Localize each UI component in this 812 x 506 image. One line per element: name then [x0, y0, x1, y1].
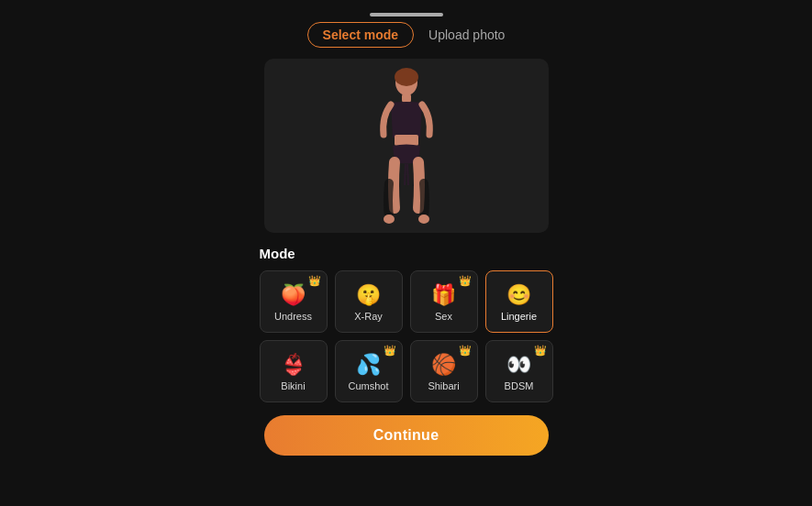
svg-line-5	[405, 164, 406, 185]
mode-emoji-xray: 🤫	[356, 283, 381, 307]
crown-icon-shibari: 👑	[459, 345, 472, 357]
svg-point-1	[395, 68, 418, 86]
progress-bar-area	[0, 0, 812, 22]
continue-button[interactable]: Continue	[264, 415, 549, 456]
mode-emoji-bikini: 👙	[281, 353, 306, 377]
mode-emoji-bdsm: 👀	[506, 353, 531, 377]
mode-label: Mode	[260, 246, 553, 261]
mode-card-label-cumshot: Cumshot	[348, 380, 388, 391]
mode-card-xray[interactable]: 🤫X-Ray	[335, 270, 403, 333]
mode-section: Mode 👑🍑Undress🤫X-Ray👑🎁Sex😊Lingerie👙Bikin…	[260, 246, 553, 415]
mode-emoji-shibari: 🏀	[431, 353, 456, 377]
mode-card-bikini[interactable]: 👙Bikini	[260, 340, 328, 402]
mode-emoji-undress: 🍑	[281, 283, 306, 307]
mode-emoji-sex: 🎁	[431, 283, 456, 307]
crown-icon-bdsm: 👑	[534, 345, 547, 357]
image-preview	[264, 59, 549, 233]
mode-card-sex[interactable]: 👑🎁Sex	[410, 270, 478, 333]
mode-card-label-xray: X-Ray	[354, 311, 383, 322]
svg-point-9	[418, 214, 429, 224]
mode-card-label-bdsm: BDSM	[505, 380, 534, 391]
svg-rect-2	[402, 94, 411, 103]
mode-card-label-undress: Undress	[274, 311, 312, 322]
mode-emoji-cumshot: 💦	[356, 353, 381, 377]
mode-card-label-bikini: Bikini	[281, 380, 305, 391]
mode-emoji-lingerie: 😊	[506, 283, 531, 307]
mode-card-label-lingerie: Lingerie	[501, 311, 537, 322]
crown-icon-sex: 👑	[459, 275, 472, 287]
svg-rect-3	[395, 135, 418, 146]
crown-icon-undress: 👑	[308, 275, 321, 287]
mode-card-lingerie[interactable]: 😊Lingerie	[485, 270, 553, 333]
svg-line-7	[407, 164, 408, 185]
svg-point-8	[384, 214, 395, 224]
tab-upload-photo[interactable]: Upload photo	[428, 28, 505, 42]
mode-card-label-shibari: Shibari	[428, 380, 459, 391]
progress-bar	[370, 13, 443, 16]
crown-icon-cumshot: 👑	[384, 345, 396, 357]
tab-bar: Select mode Upload photo	[307, 22, 506, 48]
mode-card-bdsm[interactable]: 👑👀BDSM	[485, 340, 553, 402]
mode-card-cumshot[interactable]: 👑💦Cumshot	[335, 340, 403, 402]
mode-grid: 👑🍑Undress🤫X-Ray👑🎁Sex😊Lingerie👙Bikini👑💦Cu…	[260, 270, 553, 402]
mode-card-undress[interactable]: 👑🍑Undress	[260, 270, 328, 333]
tab-select-mode[interactable]: Select mode	[307, 22, 414, 48]
mode-card-label-sex: Sex	[435, 311, 452, 322]
mode-card-shibari[interactable]: 👑🏀Shibari	[410, 340, 478, 402]
figure-illustration	[365, 66, 448, 226]
